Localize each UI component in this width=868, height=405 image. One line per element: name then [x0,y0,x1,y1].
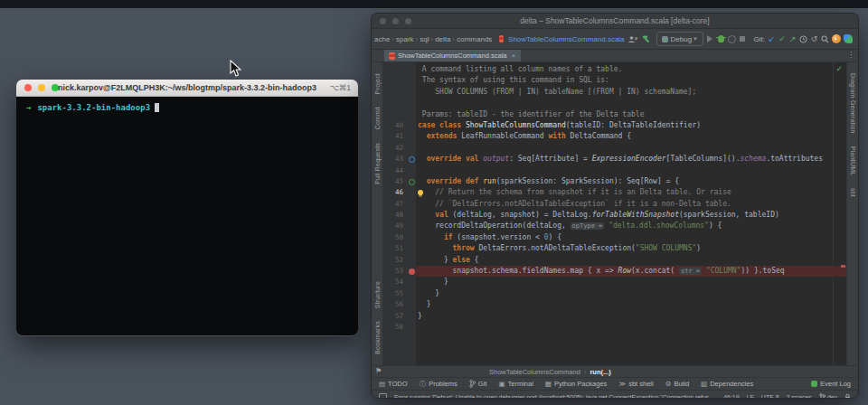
user-dropdown-icon[interactable]: ▼ [627,33,639,45]
caret-position[interactable]: 46:19 [723,394,740,399]
breadcrumb-item-commands[interactable]: commands [456,35,493,43]
ide-window[interactable]: delta – ShowTableColumnsCommand.scala [d… [371,13,859,399]
code-line-46[interactable]: 46 // Return the schema from snapshot if… [383,187,846,198]
git-push-icon[interactable]: ↗ [788,33,797,45]
breakpoint-icon[interactable] [406,266,418,277]
tool-window-button-git[interactable]: Git [469,380,487,388]
tool-stripe-plantuml[interactable]: PlantUML [850,146,856,175]
git-branch-widget[interactable]: dev [819,393,837,399]
error-stripe-mark[interactable] [841,265,845,268]
ide-window-title: delta – ShowTableColumnsCommand.scala [d… [372,16,858,25]
tool-window-button-todo[interactable]: ▤TODO [379,380,408,388]
git-update-icon[interactable]: ↙ [768,33,776,45]
code-line-49[interactable]: 49 recordDeltaOperation(deltaLog, opType… [383,221,846,231]
code-line-57[interactable]: 57} [383,311,846,322]
code-line-41[interactable]: 41 extends LeafRunnableCommand with Delt… [383,131,846,142]
ide-titlebar[interactable]: delta – ShowTableColumnsCommand.scala [d… [372,14,858,29]
editor-breadcrumb-bar: ⚑ ShowTableColumnsCommand › run(...) [372,365,858,377]
file-encoding[interactable]: UTF-8 [761,394,779,399]
tool-stripe-sbt[interactable]: sbt [850,188,856,197]
chevron-down-icon: ▼ [693,36,698,42]
editor-tab[interactable]: ShowTableColumnsCommand.scala × [384,50,521,61]
tool-window-button-build[interactable]: ⚙Build [665,380,689,388]
tool-stripe-pull-requests[interactable]: Pull Requests [374,143,381,184]
tab-options-icon[interactable]: ⋮ [847,51,854,59]
code-line-52[interactable]: 52 } else { [383,255,846,266]
problems-icon: ⓘ [420,380,427,389]
code-doc-line[interactable]: Params: tableID - the identifier of the … [383,109,846,120]
search-icon[interactable] [821,33,829,45]
terminal-content[interactable]: → spark-3.3.2-bin-hadoop3 [16,97,358,335]
breadcrumb-item-ache[interactable]: ache [373,35,391,43]
tool-window-button-dependencies[interactable]: ▧Dependencies [701,380,753,388]
left-stripe-bottom: StructureBookmarks [374,275,381,361]
code-line-44[interactable]: 44 [383,165,846,176]
event-log-button[interactable]: Event Log [811,380,851,388]
code-line-55[interactable]: 55 } [383,288,846,299]
override-marker-icon[interactable] [406,176,418,187]
history-icon[interactable] [799,33,807,45]
editor-tab-bar: ShowTableColumnsCommand.scala × ⋮ [372,50,858,62]
code-line-40[interactable]: 40case class ShowTableColumnsCommand(tab… [383,120,846,131]
coverage-icon[interactable] [728,33,736,45]
ide-update-icon[interactable] [832,33,841,45]
code-doc-line[interactable] [383,98,846,108]
terminal-titlebar[interactable]: nick.karpov@F2LMQLPH3K:~/ws/blogtmp/spar… [16,80,358,97]
bookmark-flag-icon[interactable]: ⚑ [375,368,382,375]
tool-window-button-terminal[interactable]: ▣Terminal [498,380,533,388]
breadcrumb-item-spark[interactable]: spark [395,35,415,43]
tool-window-button-sbt-shell[interactable]: ≫sbt shell [618,380,653,388]
code-line-51[interactable]: 51 throw DeltaErrors.notADeltaTableExcep… [383,243,846,254]
terminal-window[interactable]: nick.karpov@F2LMQLPH3K:~/ws/blogtmp/spar… [16,80,358,336]
run-config-selector[interactable]: Debug ▼ [656,32,704,46]
inspections-ok-icon[interactable]: ✓ [835,64,843,73]
ide-main-toolbar: ache›spark›sql›delta›commands ShowTableC… [372,29,858,50]
breadcrumb-method[interactable]: run(...) [590,368,610,376]
run-icon[interactable] [706,33,714,45]
code-line-45[interactable]: 45 override def run(sparkSession: SparkS… [383,176,846,187]
stop-icon[interactable] [739,33,747,45]
code-area[interactable]: A command listing all column names of a … [383,64,846,333]
indent-setting[interactable]: 2 spaces [787,394,812,399]
breadcrumb-item-delta[interactable]: delta [434,35,451,43]
code-line-53[interactable]: 53 snapshot.schema.fieldNames.map { x =>… [383,266,846,277]
code-doc-line[interactable]: The syntax of using this command in SQL … [383,75,846,86]
override-marker-icon[interactable] [406,154,418,165]
code-doc-line[interactable]: A command listing all column names of a … [383,64,846,75]
line-number: 48 [383,210,406,221]
tool-window-toggle-icon[interactable] [379,393,387,399]
code-line-56[interactable]: 56 } [383,299,846,310]
debug-icon[interactable] [717,33,725,45]
tool-stripe-commit[interactable]: Commit [374,107,381,129]
code-line-42[interactable]: 42 [383,143,846,154]
code-line-48[interactable]: 48 val (deltaLog, snapshot) = DeltaLog.f… [383,210,846,221]
code-with-me-icon[interactable] [844,33,853,45]
line-ending[interactable]: LF [747,394,754,399]
tool-window-button-problems[interactable]: ⓘProblems [420,380,458,389]
lock-icon[interactable] [844,393,851,399]
desktop-menubar [0,0,868,8]
code-editor[interactable]: A command listing all column names of a … [383,62,846,365]
tool-stripe-diagram-generation[interactable]: Diagram Generation [850,73,856,134]
code-line-58[interactable]: 58 [383,322,846,333]
code-line-54[interactable]: 54 } [383,277,846,287]
breadcrumb: ache›spark›sql›delta›commands [373,35,493,43]
code-line-50[interactable]: 50 if (snapshot.version < 0) { [383,232,846,243]
code-line-43[interactable]: 43 override val output: Seq[Attribute] =… [383,154,846,165]
git-commit-icon[interactable]: ✓ [778,33,787,45]
rollback-icon[interactable]: ↺ [810,33,818,45]
code-line-47[interactable]: 47 // `DeltaErrors.notADeltaTableExcepti… [383,199,846,210]
code-doc-line[interactable]: SHOW COLUMNS (FROM | IN) tableName [(FRO… [383,87,846,98]
breadcrumb-item-sql[interactable]: sql [419,35,429,43]
breadcrumb-file[interactable]: ShowTableColumnsCommand.scala [508,35,625,43]
status-message[interactable]: Error running 'Debug': Unable to open de… [394,394,716,399]
tool-stripe-project[interactable]: Project [374,73,381,94]
build-project-icon[interactable] [642,33,651,45]
tool-stripe-structure[interactable]: Structure [374,281,381,308]
tool-stripe-bookmarks[interactable]: Bookmarks [374,321,381,354]
close-tab-icon[interactable]: × [511,52,515,60]
line-number: 40 [383,120,406,131]
tool-window-button-python-packages[interactable]: ▦Python Packages [545,380,607,388]
breadcrumb-class[interactable]: ShowTableColumnsCommand [489,368,580,376]
line-number: 56 [383,299,406,310]
